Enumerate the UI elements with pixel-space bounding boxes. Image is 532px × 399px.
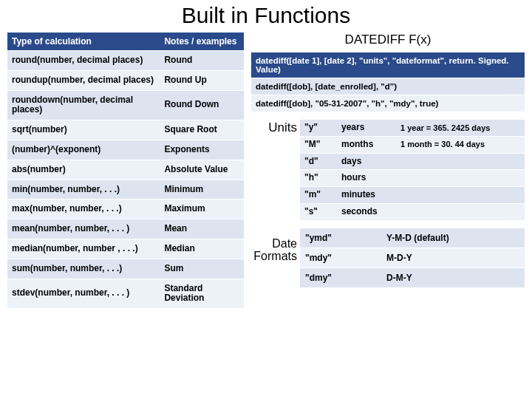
unit-name: hours [337, 170, 396, 187]
datediff-example: datediff([dob], [date_enrolled], "d") [251, 78, 525, 95]
fn-note: Absolute Value [160, 160, 244, 180]
table-row: rounddown(number, decimal places)Round D… [7, 90, 244, 120]
table-row: "dmy"D-M-Y [300, 267, 525, 287]
datediff-title: DATEDIFF F(x) [251, 33, 525, 47]
unit-note: 1 month = 30. 44 days [396, 136, 525, 153]
fn-name: rounddown(number, decimal places) [7, 90, 160, 120]
table-row: "d"days [300, 153, 525, 170]
table-row: median(number, number , . . .)Median [7, 239, 244, 259]
unit-name: months [337, 136, 396, 153]
fn-name: min(number, number, . . .) [7, 180, 160, 200]
table-row: "h"hours [300, 170, 525, 187]
table-row: "m"minutes [300, 187, 525, 204]
unit-code: "m" [300, 187, 337, 204]
unit-note [396, 153, 525, 170]
dateformats-label: Date Formats [251, 228, 297, 263]
fn-note: Exponents [160, 140, 244, 160]
table-row: min(number, number, . . .)Minimum [7, 180, 244, 200]
functions-header-1: Notes / examples [160, 33, 244, 51]
table-row: (number)^(exponent)Exponents [7, 140, 244, 160]
fn-name: (number)^(exponent) [7, 140, 160, 160]
datediff-syntax: datediff([date 1], [date 2], "units", "d… [251, 52, 525, 78]
functions-table: Type of calculation Notes / examples rou… [7, 33, 244, 308]
slide: Built in Functions Type of calculation N… [0, 0, 532, 314]
fn-name: mean(number, number, . . . ) [7, 219, 160, 239]
table-row: round(number, decimal places)Round [7, 51, 244, 71]
table-row: "ymd"Y-M-D (default) [300, 228, 525, 248]
fn-name: median(number, number , . . .) [7, 239, 160, 259]
unit-code: "y" [300, 120, 337, 137]
unit-name: seconds [337, 203, 396, 219]
table-row: "y"years1 year = 365. 2425 days [300, 120, 525, 137]
fn-name: stdev(number, number, . . . ) [7, 279, 160, 308]
columns: Type of calculation Notes / examples rou… [7, 33, 525, 308]
table-row: mean(number, number, . . . )Mean [7, 219, 244, 239]
right-column: DATEDIFF F(x) datediff([date 1], [date 2… [251, 33, 525, 287]
df-code: "dmy" [300, 267, 381, 287]
page-title: Built in Functions [7, 3, 525, 28]
df-name: D-M-Y [381, 267, 525, 287]
table-row: abs(number)Absolute Value [7, 160, 244, 180]
fn-note: Median [160, 239, 244, 259]
fn-name: round(number, decimal places) [7, 51, 160, 71]
unit-note [396, 203, 525, 219]
fn-note: Round [160, 51, 244, 71]
fn-note: Square Root [160, 120, 244, 140]
datediff-table: datediff([date 1], [date 2], "units", "d… [251, 52, 525, 112]
fn-note: Mean [160, 219, 244, 239]
table-row: roundup(number, decimal places)Round Up [7, 70, 244, 90]
dateformats-block: Date Formats "ymd"Y-M-D (default) "mdy"M… [251, 228, 525, 287]
table-row: stdev(number, number, . . . )Standard De… [7, 279, 244, 308]
units-block: Units "y"years1 year = 365. 2425 days "M… [251, 119, 525, 220]
dateformats-table: "ymd"Y-M-D (default) "mdy"M-D-Y "dmy"D-M… [300, 228, 525, 287]
fn-note: Minimum [160, 180, 244, 200]
unit-code: "M" [300, 136, 337, 153]
fn-name: max(number, number, . . .) [7, 200, 160, 219]
df-name: Y-M-D (default) [381, 228, 525, 248]
fn-note: Round Up [160, 70, 244, 90]
fn-name: abs(number) [7, 160, 160, 180]
df-code: "ymd" [300, 228, 381, 248]
fn-name: sum(number, number, . . .) [7, 259, 160, 279]
fn-name: sqrt(number) [7, 120, 160, 140]
unit-name: minutes [337, 187, 396, 204]
unit-name: years [337, 120, 396, 137]
unit-note [396, 170, 525, 187]
units-label: Units [251, 119, 297, 135]
datediff-example: datediff([dob], "05-31-2007", "h", "mdy"… [251, 95, 525, 112]
units-table: "y"years1 year = 365. 2425 days "M"month… [300, 119, 525, 220]
fn-note: Round Down [160, 90, 244, 120]
unit-code: "s" [300, 203, 337, 219]
fn-note: Sum [160, 259, 244, 279]
df-name: M-D-Y [381, 248, 525, 267]
table-row: sum(number, number, . . .)Sum [7, 259, 244, 279]
table-row: "mdy"M-D-Y [300, 248, 525, 267]
df-code: "mdy" [300, 248, 381, 267]
fn-note: Maximum [160, 200, 244, 219]
table-row: "M"months1 month = 30. 44 days [300, 136, 525, 153]
unit-note: 1 year = 365. 2425 days [396, 120, 525, 137]
table-row: "s"seconds [300, 203, 525, 219]
functions-header-0: Type of calculation [7, 33, 160, 51]
fn-name: roundup(number, decimal places) [7, 70, 160, 90]
table-row: sqrt(number)Square Root [7, 120, 244, 140]
unit-code: "h" [300, 170, 337, 187]
unit-note [396, 187, 525, 204]
unit-name: days [337, 153, 396, 170]
left-column: Type of calculation Notes / examples rou… [7, 33, 244, 308]
unit-code: "d" [300, 153, 337, 170]
table-row: max(number, number, . . .)Maximum [7, 200, 244, 219]
fn-note: Standard Deviation [160, 279, 244, 308]
